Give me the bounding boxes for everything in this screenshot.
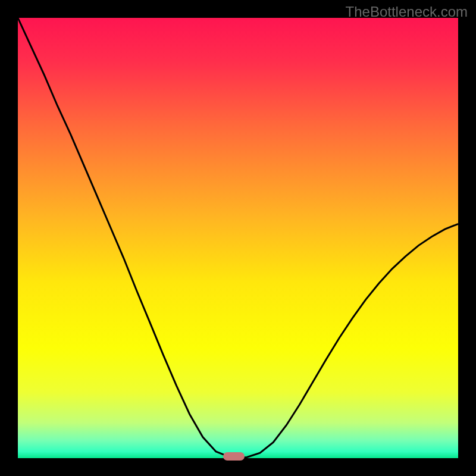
- chart-curve: [18, 18, 458, 458]
- optimum-marker: [223, 452, 245, 461]
- chart-frame: [18, 18, 458, 458]
- watermark-text: TheBottleneck.com: [346, 4, 468, 20]
